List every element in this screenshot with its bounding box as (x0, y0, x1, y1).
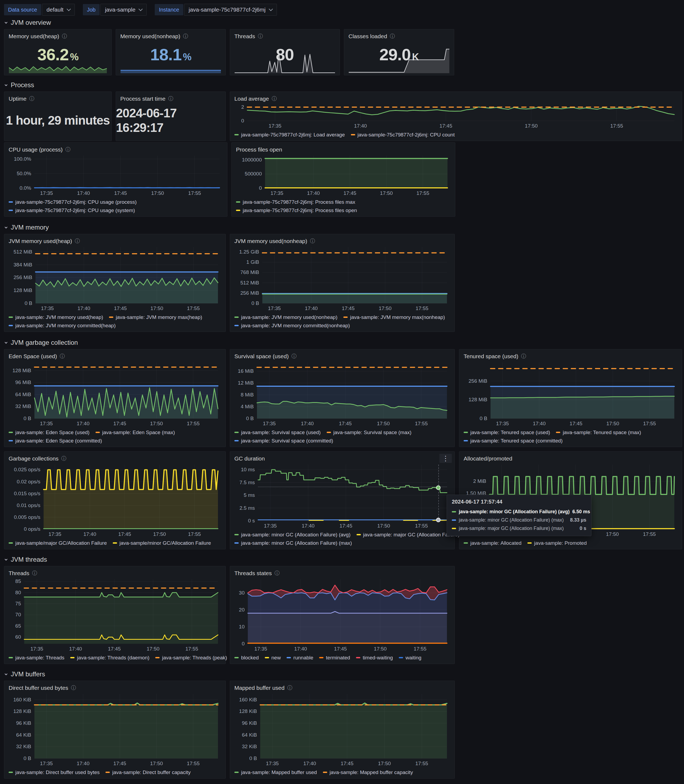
legend-item[interactable]: java-sample: Threads (daemon) (70, 655, 149, 661)
legend-item[interactable]: java-sample: Threads (9, 655, 64, 661)
y-tick-label: 128 MiB (12, 368, 31, 374)
info-icon[interactable]: ⓘ (271, 95, 277, 102)
legend-item[interactable]: java-sample: Direct buffer used bytes (9, 769, 100, 775)
legend-item[interactable]: java-sample: Tenured space (used) (464, 429, 550, 436)
info-icon[interactable]: ⓘ (29, 95, 34, 102)
panel-title[interactable]: Eden Space (used) (9, 353, 57, 360)
y-tick-label: 64 MiB (15, 392, 31, 397)
panel-title[interactable]: Process files open (236, 147, 282, 153)
info-icon[interactable]: ⓘ (310, 238, 315, 245)
info-icon[interactable]: ⓘ (65, 146, 71, 153)
legend-item[interactable]: java-sample/major GC/Allocation Failure (9, 540, 107, 546)
legend-item[interactable]: java-sample: Tenured space (max) (556, 429, 641, 436)
kebab-menu-icon[interactable]: ⋮ (439, 454, 452, 463)
legend-swatch-icon (323, 772, 327, 773)
legend-item[interactable]: blocked (234, 655, 259, 661)
legend-item[interactable]: java-sample-75c79877cf-2j6mj: Process fi… (236, 199, 355, 205)
instance-select[interactable]: java-sample-75c79877cf-2j6mj (184, 4, 277, 16)
legend-item[interactable]: java-sample: Threads (peak) (155, 655, 227, 661)
info-icon[interactable]: ⓘ (274, 570, 279, 577)
legend-item[interactable]: java-sample: minor GC (Allocation Failur… (234, 532, 351, 538)
panel-title[interactable]: Garbage collections (9, 455, 59, 462)
info-icon[interactable]: ⓘ (521, 353, 526, 360)
legend-item[interactable]: java-sample: Survival space (max) (327, 429, 411, 436)
legend-item[interactable]: java-sample: JVM memory committed(nonhea… (234, 323, 350, 329)
panel-title[interactable]: Uptime (9, 95, 27, 102)
legend-item[interactable]: java-sample-75c79877cf-2j6mj: CPU count (351, 132, 455, 138)
legend-item[interactable]: java-sample: Direct buffer capacity (105, 769, 190, 775)
legend-swatch-icon (234, 440, 239, 441)
info-icon[interactable]: ⓘ (291, 353, 297, 360)
legend-item[interactable]: java-sample-75c79877cf-2j6mj: Load avera… (234, 132, 345, 138)
panel-title[interactable]: Load average (234, 95, 269, 102)
legend-swatch-icon (351, 134, 355, 136)
legend-item[interactable]: java-sample: Eden Space (used) (9, 429, 90, 436)
section-jvm-overview[interactable]: JVM overview (4, 19, 680, 26)
panel-title[interactable]: Mapped buffer used (234, 685, 284, 691)
legend-item[interactable]: runnable (287, 655, 313, 661)
info-icon[interactable]: ⓘ (390, 33, 395, 40)
section-jvm-threads[interactable]: JVM threads (4, 556, 680, 563)
legend-item[interactable]: java-sample: Mapped buffer capacity (323, 769, 413, 775)
panel-title[interactable]: Threads states (234, 570, 272, 576)
panel-title[interactable]: Memory used(heap) (9, 33, 59, 40)
legend-item[interactable]: java-sample: Survival space (committed) (234, 438, 333, 444)
panel-title[interactable]: Tenured space (used) (464, 353, 518, 360)
panel-title[interactable]: Survival space (used) (234, 353, 289, 360)
legend-item[interactable]: java-sample: JVM memory max(heap) (109, 315, 202, 320)
info-icon[interactable]: ⓘ (75, 238, 80, 245)
info-icon[interactable]: ⓘ (183, 33, 188, 40)
panel-title[interactable]: JVM memory used(heap) (9, 238, 72, 244)
legend-item[interactable]: java-sample: JVM memory used(nonheap) (234, 315, 337, 320)
legend-item[interactable]: java-sample: Allocated (464, 540, 521, 546)
legend-item[interactable]: waiting (399, 655, 421, 661)
legend-item[interactable]: java-sample: Promoted (528, 540, 587, 546)
section-process[interactable]: Process (4, 81, 680, 89)
datasource-select[interactable]: default (42, 4, 75, 16)
panel-title[interactable]: Process start time (120, 95, 166, 102)
panel-cpu-usage: CPU usage (process)ⓘ100.0%50.0%0.0%17:35… (4, 142, 227, 217)
legend-item[interactable]: java-sample: minor GC (Allocation Failur… (234, 540, 352, 546)
info-icon[interactable]: ⓘ (32, 570, 37, 577)
section-jvm-buffers[interactable]: JVM buffers (4, 670, 680, 678)
legend-item[interactable]: java-sample-75c79877cf-2j6mj: Process fi… (236, 208, 357, 213)
info-icon[interactable]: ⓘ (71, 684, 76, 691)
legend-item[interactable]: java-sample-75c79877cf-2j6mj: CPU usage … (9, 208, 135, 213)
info-icon[interactable]: ⓘ (60, 353, 65, 360)
legend-item[interactable]: new (265, 655, 281, 661)
section-jvm-gc[interactable]: JVM garbage collection (4, 339, 680, 346)
legend-item[interactable]: java-sample: Mapped buffer used (234, 769, 317, 775)
legend-item[interactable]: terminated (319, 655, 350, 661)
legend-item[interactable]: java-sample-75c79877cf-2j6mj: CPU usage … (9, 199, 137, 205)
legend-item[interactable]: java-sample: JVM memory max(nonheap) (344, 315, 445, 320)
info-icon[interactable]: ⓘ (168, 95, 173, 102)
panel-title[interactable]: CPU usage (process) (9, 147, 63, 153)
section-jvm-memory[interactable]: JVM memory (4, 224, 680, 231)
panel-title[interactable]: Memory used(nonheap) (120, 33, 180, 40)
panel-title[interactable]: Threads (9, 570, 29, 576)
panel-title[interactable]: Threads (234, 33, 255, 40)
info-icon[interactable]: ⓘ (62, 33, 67, 40)
legend-item[interactable]: timed-waiting (356, 655, 393, 661)
info-icon[interactable]: ⓘ (258, 33, 263, 40)
legend-item[interactable]: java-sample/minor GC/Allocation Failure (113, 540, 211, 546)
panel-title[interactable]: JVM memory used(nonheap) (234, 238, 307, 244)
legend-item[interactable]: java-sample: Eden Space (committed) (9, 438, 102, 444)
panel-title[interactable]: Allocated/promoted (464, 455, 512, 462)
datasource-label: Data source (4, 4, 41, 15)
x-tick-label: 17:50 (606, 421, 619, 427)
stat-value: 36.2% (9, 45, 107, 64)
legend-item[interactable]: java-sample: Eden Space (max) (95, 429, 175, 436)
x-tick-label: 17:55 (415, 523, 428, 529)
legend-item[interactable]: java-sample: JVM memory committed(heap) (9, 323, 116, 329)
panel-title[interactable]: Classes loaded (348, 33, 387, 40)
info-icon[interactable]: ⓘ (61, 455, 66, 462)
info-icon[interactable]: ⓘ (287, 684, 292, 691)
legend-item[interactable]: java-sample: JVM memory used(heap) (9, 315, 103, 320)
panel-title[interactable]: GC duration (234, 455, 265, 462)
job-select[interactable]: java-sample (100, 4, 147, 16)
panel-title[interactable]: Direct buffer used bytes (9, 685, 68, 691)
y-tick-label: 384 MiB (13, 262, 32, 268)
legend-item[interactable]: java-sample: Survival space (used) (234, 429, 321, 436)
legend-item[interactable]: java-sample: Tenured space (committed) (464, 438, 563, 444)
